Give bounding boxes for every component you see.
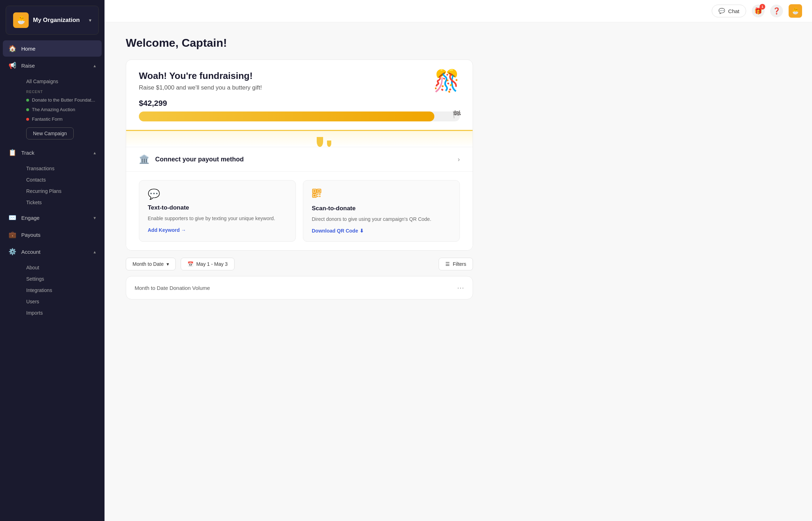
sidebar: 🐣 My Organization ▾ 🏠 Home 📢 Raise ▴ All… [0, 0, 105, 521]
payouts-icon: 💼 [9, 231, 16, 239]
fundraising-title: Woah! You're fundraising! [139, 70, 262, 81]
text-to-donate-card: 💬 Text-to-donate Enable supporters to gi… [139, 180, 296, 242]
date-range-label: May 1 - May 3 [196, 261, 228, 267]
flag-icon: 🏁 [452, 110, 461, 119]
payout-chevron-right-icon: › [458, 156, 460, 163]
svg-rect-5 [314, 195, 316, 197]
track-subnav: Transactions Contacts Recurring Plans Ti… [3, 161, 102, 210]
text-to-donate-desc: Enable supporters to give by texting you… [148, 215, 287, 222]
home-icon: 🏠 [9, 45, 16, 52]
org-selector[interactable]: 🐣 My Organization ▾ [6, 6, 99, 35]
chat-button[interactable]: 💬 Chat [712, 5, 746, 17]
bottom-card-title: Month to Date Donation Volume [135, 285, 210, 291]
recent-campaign-form[interactable]: Fantastic Form [22, 114, 102, 124]
progress-bar-fill [139, 111, 434, 121]
sidebar-item-account-label: Account [21, 249, 89, 255]
svg-rect-6 [317, 194, 318, 195]
settings-link[interactable]: Settings [22, 273, 102, 285]
payout-section[interactable]: 🏛️ Connect your payout method › [126, 147, 473, 171]
topbar: 💬 Chat 🎁 1 ❓ 🐣 [105, 0, 812, 22]
help-button[interactable]: ❓ [770, 5, 783, 17]
svg-rect-7 [319, 194, 321, 195]
svg-rect-9 [319, 196, 321, 197]
progress-section: $42,299 🏁 [126, 99, 473, 130]
svg-rect-3 [318, 190, 320, 192]
scan-to-donate-desc: Direct donors to give using your campaig… [312, 216, 451, 223]
fundraising-subtitle: Raise $1,000 and we'll send you a butter… [139, 84, 262, 91]
avatar-button[interactable]: 🐣 [789, 4, 802, 18]
raise-icon: 📢 [9, 62, 16, 69]
drip-section [126, 130, 473, 147]
fundraising-card: Woah! You're fundraising! Raise $1,000 a… [126, 59, 473, 251]
recent-campaign-butter[interactable]: Donate to the Butter Foundat... [22, 95, 102, 105]
download-qr-link[interactable]: Download QR Code ⬇ [312, 228, 451, 234]
bottom-stats-card: Month to Date Donation Volume ⋯ [126, 276, 473, 299]
svg-rect-1 [314, 190, 316, 192]
page-content: Welcome, Captain! Woah! You're fundraisi… [105, 22, 494, 314]
new-campaign-button[interactable]: New Campaign [26, 127, 74, 139]
drip-2 [327, 141, 331, 147]
chat-label: Chat [728, 8, 739, 14]
filters-button[interactable]: ☰ Filters [439, 258, 473, 270]
period-filter-label: Month to Date [132, 261, 164, 267]
welcome-heading: Welcome, Captain! [126, 36, 473, 50]
more-options-button[interactable]: ⋯ [457, 284, 464, 292]
account-chevron-up-icon: ▴ [94, 249, 96, 254]
sidebar-item-raise[interactable]: 📢 Raise ▴ [3, 57, 102, 74]
progress-bar-container: 🏁 [139, 111, 460, 121]
sidebar-item-payouts[interactable]: 💼 Payouts [3, 227, 102, 243]
dot-red-icon [26, 118, 29, 121]
sidebar-item-track-label: Track [21, 150, 89, 156]
filters-label: Filters [453, 261, 466, 267]
main-content: 💬 Chat 🎁 1 ❓ 🐣 Welcome, Captain! Woah! Y… [105, 0, 812, 521]
fundraising-text: Woah! You're fundraising! Raise $1,000 a… [139, 70, 262, 91]
qr-code-icon [312, 188, 451, 201]
date-range-button[interactable]: 📅 May 1 - May 3 [181, 258, 235, 270]
fundraising-header: Woah! You're fundraising! Raise $1,000 a… [126, 60, 473, 99]
gift-badge: 1 [760, 4, 765, 10]
transactions-link[interactable]: Transactions [22, 163, 102, 174]
scan-to-donate-card: Scan-to-donate Direct donors to give usi… [303, 180, 460, 242]
sidebar-item-home-label: Home [21, 46, 96, 52]
tickets-link[interactable]: Tickets [22, 197, 102, 208]
period-chevron-down-icon: ▾ [167, 261, 169, 267]
dot-green-icon [26, 108, 29, 111]
text-to-donate-title: Text-to-donate [148, 204, 287, 211]
chat-bubble-icon: 💬 [718, 8, 725, 14]
sidebar-item-home[interactable]: 🏠 Home [3, 40, 102, 57]
raise-subnav: All Campaigns RECENT Donate to the Butte… [3, 74, 102, 144]
sidebar-item-account[interactable]: ⚙️ Account ▴ [3, 244, 102, 260]
org-name: My Organization [33, 17, 85, 24]
sidebar-item-engage[interactable]: ✉️ Engage ▾ [3, 210, 102, 226]
users-link[interactable]: Users [22, 296, 102, 307]
calendar-icon: 📅 [187, 261, 193, 267]
recent-campaign-auction[interactable]: The Amazing Auction [22, 105, 102, 114]
scan-to-donate-title: Scan-to-donate [312, 205, 451, 212]
drip-1 [317, 137, 323, 147]
recurring-plans-link[interactable]: Recurring Plans [22, 185, 102, 197]
svg-rect-8 [317, 196, 318, 197]
sidebar-item-track[interactable]: 📋 Track ▴ [3, 144, 102, 161]
org-logo: 🐣 [13, 12, 29, 28]
integrations-link[interactable]: Integrations [22, 285, 102, 296]
engage-chevron-down-icon: ▾ [94, 215, 96, 221]
account-subnav: About Settings Integrations Users Import… [3, 260, 102, 320]
sidebar-item-payouts-label: Payouts [21, 232, 96, 238]
org-chevron-down-icon: ▾ [89, 17, 91, 23]
contacts-link[interactable]: Contacts [22, 174, 102, 185]
sidebar-item-raise-label: Raise [21, 63, 89, 69]
chat-bubble-yellow-icon: 💬 [148, 188, 287, 200]
raise-chevron-up-icon: ▴ [94, 63, 96, 68]
period-filter-button[interactable]: Month to Date ▾ [126, 258, 176, 270]
all-campaigns-link[interactable]: All Campaigns [22, 76, 102, 87]
help-icon: ❓ [773, 7, 780, 15]
nav-section: 🏠 Home 📢 Raise ▴ All Campaigns RECENT Do… [0, 40, 105, 320]
progress-amount: $42,299 [139, 99, 460, 108]
imports-link[interactable]: Imports [22, 307, 102, 319]
add-keyword-link[interactable]: Add Keyword → [148, 227, 287, 233]
gift-button[interactable]: 🎁 1 [752, 5, 765, 17]
engage-icon: ✉️ [9, 214, 16, 222]
dot-green-icon [26, 99, 29, 102]
about-link[interactable]: About [22, 262, 102, 273]
avatar-emoji: 🐣 [791, 7, 799, 15]
